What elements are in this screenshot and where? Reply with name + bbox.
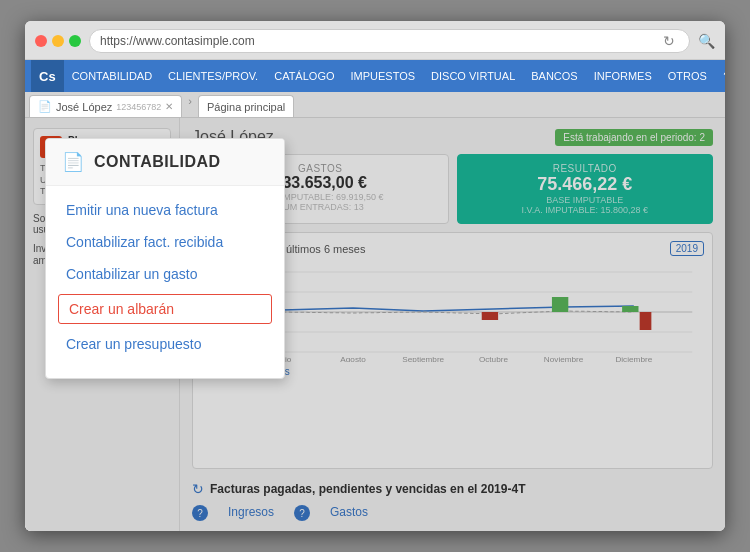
- maximize-button[interactable]: [69, 35, 81, 47]
- help-button[interactable]: ?: [715, 64, 725, 88]
- nav-item-clientes[interactable]: CLIENTES/PROV.: [160, 60, 266, 92]
- nav-right: ? J: [715, 64, 725, 88]
- browser-window: https://www.contasimple.com ↻ 🔍 Cs CONTA…: [25, 21, 725, 531]
- address-bar[interactable]: https://www.contasimple.com ↻: [89, 29, 690, 53]
- refresh-icon[interactable]: ↻: [659, 33, 679, 49]
- dropdown-menu: 📄 CONTABILIDAD Emitir una nueva factura …: [45, 138, 285, 379]
- main-area: U PlanUltimate Renovar Tienes contratado…: [25, 118, 725, 531]
- browser-chrome: https://www.contasimple.com ↻ 🔍: [25, 21, 725, 60]
- dropdown-header-icon: 📄: [62, 151, 84, 173]
- dropdown-item-albaran[interactable]: Crear un albarán: [58, 294, 272, 324]
- tab-pagina-principal[interactable]: Página principal: [198, 95, 294, 117]
- dropdown-header-title: CONTABILIDAD: [94, 153, 221, 171]
- tab-jose-lopez[interactable]: 📄 José López 123456782 ✕: [29, 95, 182, 117]
- dropdown-item-fact-recibida[interactable]: Contabilizar fact. recibida: [46, 226, 284, 258]
- url-text: https://www.contasimple.com: [100, 34, 659, 48]
- app-content: Cs CONTABILIDAD CLIENTES/PROV. CATÁLOGO …: [25, 60, 725, 531]
- nav-item-informes[interactable]: INFORMES: [586, 60, 660, 92]
- close-button[interactable]: [35, 35, 47, 47]
- nav-item-otros[interactable]: OTROS: [660, 60, 715, 92]
- nav-items: CONTABILIDAD CLIENTES/PROV. CATÁLOGO IMP…: [64, 60, 715, 92]
- nav-item-contabilidad[interactable]: CONTABILIDAD: [64, 60, 160, 92]
- nav-logo: Cs: [31, 60, 64, 92]
- tab-label: José López: [56, 101, 112, 113]
- dropdown-item-presupuesto[interactable]: Crear un presupuesto: [46, 328, 284, 360]
- tab-close-icon[interactable]: ✕: [165, 101, 173, 112]
- dropdown-header: 📄 CONTABILIDAD: [46, 139, 284, 186]
- top-nav: Cs CONTABILIDAD CLIENTES/PROV. CATÁLOGO …: [25, 60, 725, 92]
- nav-item-impuestos[interactable]: IMPUESTOS: [343, 60, 424, 92]
- tab-bar: 📄 José López 123456782 ✕ › Página princi…: [25, 92, 725, 118]
- tab-document-icon: 📄: [38, 100, 52, 113]
- tab-separator: ›: [184, 95, 196, 117]
- tab-id: 123456782: [116, 102, 161, 112]
- traffic-lights: [35, 35, 81, 47]
- minimize-button[interactable]: [52, 35, 64, 47]
- nav-item-catalogo[interactable]: CATÁLOGO: [266, 60, 342, 92]
- nav-item-bancos[interactable]: BANCOS: [523, 60, 585, 92]
- dropdown-item-nueva-factura[interactable]: Emitir una nueva factura: [46, 194, 284, 226]
- nav-item-disco[interactable]: DISCO VIRTUAL: [423, 60, 523, 92]
- dropdown-items: Emitir una nueva factura Contabilizar fa…: [46, 186, 284, 368]
- dropdown-item-gasto[interactable]: Contabilizar un gasto: [46, 258, 284, 290]
- search-icon[interactable]: 🔍: [698, 33, 715, 49]
- tab-principal-label: Página principal: [207, 101, 285, 113]
